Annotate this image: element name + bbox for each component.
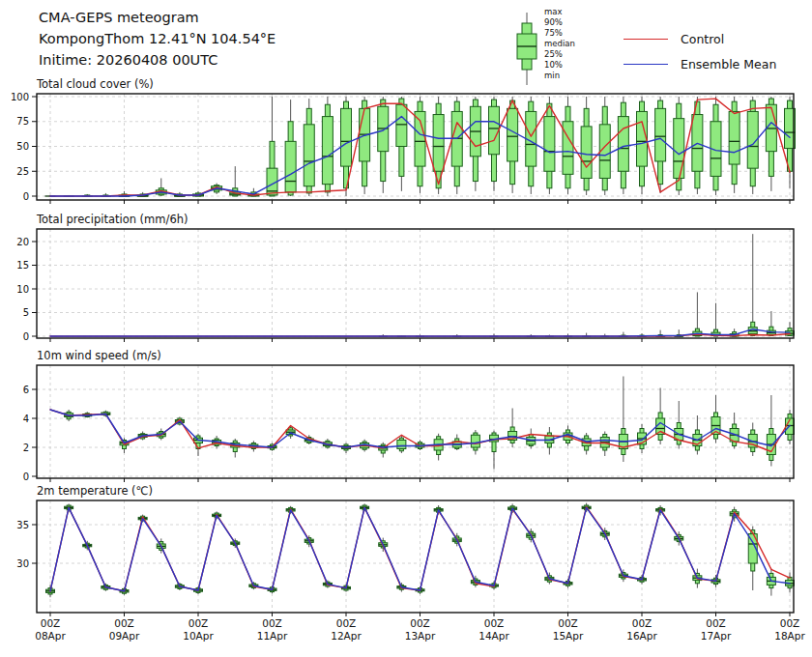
svg-text:00Z: 00Z: [484, 617, 505, 629]
svg-text:5: 5: [23, 307, 29, 318]
ensemble-mean-line-swatch: [624, 64, 668, 65]
legend-label-90: 90%: [544, 17, 575, 28]
svg-text:08Apr: 08Apr: [35, 630, 66, 642]
svg-text:75: 75: [16, 116, 29, 127]
legend-label-75: 75%: [544, 28, 575, 39]
svg-text:00Z: 00Z: [114, 617, 134, 629]
svg-text:20: 20: [16, 237, 29, 247]
cloud-cover-plot: 0255075100: [0, 92, 812, 206]
svg-text:16Apr: 16Apr: [626, 630, 657, 642]
svg-text:30: 30: [16, 558, 29, 569]
svg-text:00Z: 00Z: [188, 617, 209, 629]
svg-text:15Apr: 15Apr: [553, 630, 584, 642]
meteogram-figure: CMA-GEPS meteogram KompongThom 12.41°N 1…: [0, 0, 812, 657]
svg-text:09Apr: 09Apr: [109, 630, 140, 642]
svg-text:00Z: 00Z: [558, 617, 578, 629]
svg-text:0: 0: [23, 191, 29, 202]
svg-text:100: 100: [11, 92, 29, 102]
svg-text:12Apr: 12Apr: [331, 630, 362, 642]
svg-text:00Z: 00Z: [632, 617, 652, 629]
ensemble-mean-label: Ensemble Mean: [681, 57, 776, 71]
panel-title-precip: Total precipitation (mm/6h): [37, 213, 188, 226]
svg-text:00Z: 00Z: [780, 617, 800, 629]
svg-text:18Apr: 18Apr: [774, 630, 805, 642]
precipitation-plot: 05101520: [0, 227, 812, 345]
svg-text:00Z: 00Z: [262, 617, 282, 629]
svg-text:4: 4: [23, 414, 29, 424]
temperature-plot: 303500Z08Apr00Z09Apr00Z10Apr00Z11Apr00Z1…: [0, 499, 812, 643]
legend-label-min: min: [544, 71, 575, 81]
svg-text:11Apr: 11Apr: [257, 630, 288, 642]
svg-text:25: 25: [16, 166, 29, 177]
legend-control: Control: [624, 29, 724, 44]
panel-title-cloud: Total cloud cover (%): [37, 77, 154, 91]
svg-text:13Apr: 13Apr: [405, 630, 436, 642]
panel-title-temp: 2m temperature (℃): [37, 484, 153, 498]
svg-text:0: 0: [23, 471, 29, 482]
legend-label-max: max: [544, 7, 575, 17]
panel-title-wind: 10m wind speed (m/s): [37, 349, 161, 362]
location-line: KompongThom 12.41°N 104.54°E: [39, 29, 276, 48]
wind-speed-plot: 0246: [0, 363, 812, 485]
svg-text:10Apr: 10Apr: [183, 630, 214, 642]
svg-text:17Apr: 17Apr: [701, 630, 732, 642]
svg-text:10: 10: [16, 284, 29, 295]
svg-text:00Z: 00Z: [706, 617, 726, 629]
control-label: Control: [681, 32, 724, 46]
control-line-swatch: [624, 39, 668, 40]
svg-text:2: 2: [23, 443, 29, 453]
svg-text:00Z: 00Z: [336, 617, 357, 629]
legend-ensemble-mean: Ensemble Mean: [624, 54, 776, 70]
svg-text:6: 6: [23, 385, 29, 395]
svg-text:0: 0: [23, 331, 29, 342]
svg-text:00Z: 00Z: [410, 617, 430, 629]
init-time-line: Initime: 20260408 00UTC: [39, 50, 218, 70]
legend-label-10: 10%: [544, 60, 575, 71]
legend-label-median: median: [544, 39, 575, 49]
svg-text:00Z: 00Z: [41, 617, 61, 629]
svg-text:50: 50: [16, 141, 29, 152]
legend-label-25: 25%: [544, 49, 575, 60]
legend-box-labels: max 90% 75% median 25% 10% min: [544, 7, 575, 81]
svg-text:15: 15: [16, 260, 29, 271]
svg-text:35: 35: [16, 520, 29, 530]
svg-text:14Apr: 14Apr: [478, 630, 509, 642]
app-title: CMA-GEPS meteogram: [39, 8, 199, 27]
